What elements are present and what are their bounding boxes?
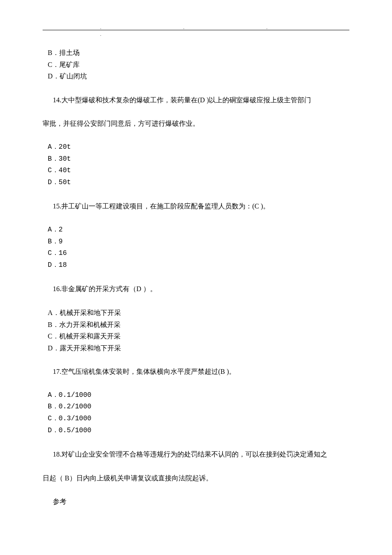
q18-text-line2: 日起（ B）日内向上级机关申请复议或直接向法院起诉。 [43,473,349,484]
q17-options: A．0.1/1000 B．0.2/1000 C．0.3/1000 D．0.5/1… [48,390,349,436]
q17-text: 17.空气压缩机集体安装时，集体纵横向水平度严禁超过(B )。 [43,366,349,377]
q17-option-d: D．0.5/1000 [48,425,349,436]
q13-option-c: C．尾矿库 [48,59,349,70]
q15-option-a: A．2 [48,225,349,236]
document-page: . . . . B．排土场 C．尾矿库 D．矿山闭坑 14.大中型爆破和技术复杂… [0,0,392,555]
q16-option-c: C．机械开采和露天开采 [48,331,349,342]
q16-option-d: D．露天开采和地下开采 [48,343,349,354]
q15-text: 15.井工矿山一等工程建设项目，在施工阶段应配备监理人员数为：(C )。 [43,201,349,212]
q14-options: A．20t B．30t C．40t D．50t [48,142,349,188]
q16-option-a: A．机械开采和地下开采 [48,307,349,318]
q14-option-d: D．50t [48,177,349,188]
q15-option-b: B．9 [48,237,349,248]
q17-option-a: A．0.1/1000 [48,390,349,401]
q13-option-b: B．排土场 [48,47,349,58]
q16-options: A．机械开采和地下开采 B．水力开采和机械开采 C．机械开采和露天开采 D．露天… [48,307,349,353]
q16-option-b: B．水力开采和机械开采 [48,319,349,330]
header-dots: . . . . [100,24,349,38]
q13-options: B．排土场 C．尾矿库 D．矿山闭坑 [48,47,349,82]
q14-option-c: C．40t [48,165,349,176]
q16-text: 16.非金属矿的开采方式有（D ）。 [43,283,349,295]
q18-text-line1: 18.对矿山企业安全管理不合格等违规行为的处罚结果不认同的，可以在接到处罚决定通… [43,449,349,460]
q17-option-b: B．0.2/1000 [48,402,349,413]
q15-options: A．2 B．9 C．16 D．18 [48,225,349,271]
q14-option-b: B．30t [48,154,349,165]
q17-option-c: C．0.3/1000 [48,413,349,425]
q13-option-d: D．矿山闭坑 [48,71,349,82]
footer-reference: 参考 [43,496,349,507]
q14-text-line1: 14.大中型爆破和技术复杂的爆破工作，装药量在(D )以上的硐室爆破应报上级主管… [43,95,349,106]
header-rule: . . . . [43,30,349,30]
q15-option-d: D．18 [48,260,349,271]
q14-text-line2: 审批，并征得公安部门同意后，方可进行爆破作业。 [43,118,349,129]
q14-option-a: A．20t [48,142,349,153]
q15-option-c: C．16 [48,248,349,259]
